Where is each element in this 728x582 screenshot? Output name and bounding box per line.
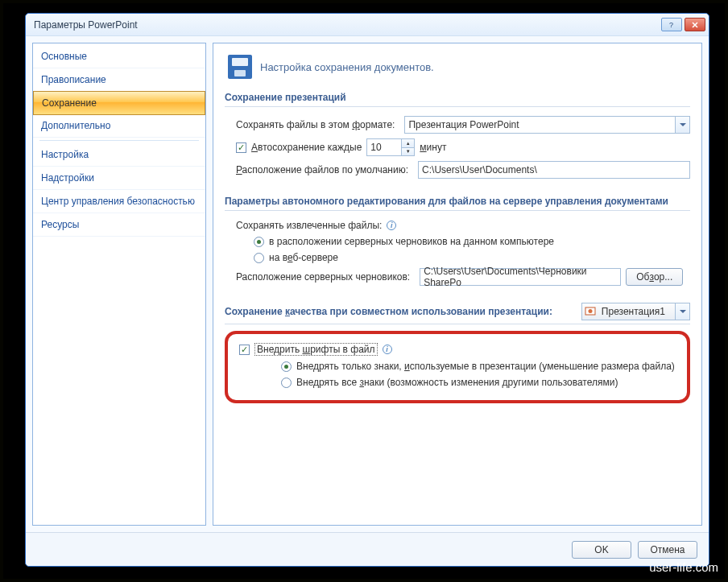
help-button[interactable]: ? bbox=[661, 18, 682, 31]
label-extracted: Сохранять извлеченные файлы: bbox=[236, 220, 382, 231]
input-default-location[interactable]: C:\Users\User\Documents\ bbox=[418, 161, 690, 179]
default-location-value: C:\Users\User\Documents\ bbox=[422, 164, 537, 175]
browse-button[interactable]: Обзор... bbox=[626, 268, 683, 286]
close-button[interactable] bbox=[685, 18, 705, 31]
content-panel: Настройка сохранения документов. Сохране… bbox=[213, 43, 702, 526]
drafts-location-value: C:\Users\User\Documents\Черновики ShareP… bbox=[424, 266, 617, 288]
chevron-down-icon bbox=[675, 117, 689, 133]
row-drafts-location: Расположение серверных черновиков: C:\Us… bbox=[225, 266, 690, 288]
row-save-format: Сохранять файлы в этом формате: Презента… bbox=[225, 114, 690, 136]
window-controls: ? bbox=[661, 18, 705, 31]
label-radio-web: на веб-сервере bbox=[269, 252, 338, 263]
presentation-icon bbox=[582, 306, 598, 317]
sidebar-item-trustcenter[interactable]: Центр управления безопасностью bbox=[33, 190, 205, 213]
spinner-control: ▲ ▼ bbox=[401, 139, 414, 155]
row-embed-fonts: ✓ Внедрить шрифты в файл i bbox=[236, 341, 679, 358]
label-embed-used: Внедрять только знаки, используемые в пр… bbox=[296, 361, 675, 372]
radio-embed-used-chars[interactable] bbox=[281, 361, 292, 372]
sidebar-item-advanced[interactable]: Дополнительно bbox=[33, 114, 205, 138]
section-save-presentations: Сохранение презентаций Сохранять файлы в… bbox=[225, 89, 690, 181]
presentation-picker[interactable]: Презентация1 bbox=[581, 303, 690, 320]
checkbox-autosave[interactable]: ✓ bbox=[236, 142, 246, 153]
section-offline-editing: Параметры автономного редактирования для… bbox=[225, 192, 690, 288]
section-quality: Сохранение качества при совместном испол… bbox=[225, 299, 690, 403]
section-title-save: Сохранение презентаций bbox=[225, 89, 690, 107]
watermark: user-life.com bbox=[649, 560, 718, 574]
screenshot-frame: Параметры PowerPoint ? Основные Правопис… bbox=[0, 0, 728, 582]
content-header: Настройка сохранения документов. bbox=[225, 52, 690, 89]
radio-web-server[interactable] bbox=[254, 253, 264, 263]
content-header-text: Настройка сохранения документов. bbox=[260, 61, 434, 73]
cancel-button[interactable]: Отмена bbox=[638, 541, 697, 559]
label-drafts-location: Расположение серверных черновиков: bbox=[236, 271, 410, 283]
select-save-format-value: Презентация PowerPoint bbox=[408, 119, 519, 130]
window-title: Параметры PowerPoint bbox=[34, 19, 661, 31]
row-radio-local: в расположении серверных черновиков на д… bbox=[225, 233, 690, 250]
category-sidebar: Основные Правописание Сохранение Дополни… bbox=[32, 43, 206, 526]
dialog-body: Основные Правописание Сохранение Дополни… bbox=[26, 36, 709, 532]
input-autosave-minutes[interactable]: 10 ▲ ▼ bbox=[366, 138, 415, 156]
sidebar-item-customize[interactable]: Настройка bbox=[33, 143, 205, 167]
sidebar-item-proofing[interactable]: Правописание bbox=[33, 68, 205, 92]
presentation-name: Презентация1 bbox=[598, 306, 675, 317]
label-minutes: минут bbox=[420, 142, 446, 153]
section-title-quality: Сохранение качества при совместном испол… bbox=[225, 299, 690, 324]
label-autosave: Автосохранение каждые bbox=[251, 142, 362, 153]
label-radio-local: в расположении серверных черновиков на д… bbox=[269, 236, 554, 247]
save-floppy-icon bbox=[228, 55, 252, 79]
spinner-up[interactable]: ▲ bbox=[402, 139, 414, 148]
label-embed-all: Внедрять все знаки (возможность изменени… bbox=[296, 377, 618, 388]
sidebar-item-general[interactable]: Основные bbox=[33, 45, 205, 68]
row-embed-used: Внедрять только знаки, используемые в пр… bbox=[236, 358, 679, 374]
input-drafts-location[interactable]: C:\Users\User\Documents\Черновики ShareP… bbox=[420, 268, 621, 286]
autosave-value: 10 bbox=[370, 142, 381, 153]
chevron-down-icon bbox=[675, 303, 689, 320]
svg-text:?: ? bbox=[669, 21, 673, 29]
label-save-format: Сохранять файлы в этом формате: bbox=[236, 119, 395, 130]
dialog-footer: OK Отмена bbox=[26, 532, 709, 566]
info-icon[interactable]: i bbox=[387, 221, 396, 230]
sidebar-item-resources[interactable]: Ресурсы bbox=[33, 213, 205, 237]
sidebar-item-addins[interactable]: Надстройки bbox=[33, 167, 205, 190]
label-embed-fonts: Внедрить шрифты в файл bbox=[254, 343, 378, 356]
select-save-format[interactable]: Презентация PowerPoint bbox=[404, 116, 690, 134]
options-dialog: Параметры PowerPoint ? Основные Правопис… bbox=[25, 13, 709, 567]
titlebar: Параметры PowerPoint ? bbox=[26, 14, 709, 36]
row-autosave: ✓ Автосохранение каждые 10 ▲ ▼ bbox=[225, 136, 690, 159]
sidebar-separator bbox=[39, 140, 199, 141]
radio-embed-all-chars[interactable] bbox=[281, 378, 292, 388]
spinner-down[interactable]: ▼ bbox=[402, 148, 414, 156]
ok-button[interactable]: OK bbox=[572, 541, 631, 559]
sidebar-item-save[interactable]: Сохранение bbox=[33, 91, 205, 115]
row-embed-all: Внедрять все знаки (возможность изменени… bbox=[236, 374, 679, 390]
radio-local-drafts[interactable] bbox=[254, 237, 264, 247]
section-title-offline: Параметры автономного редактирования для… bbox=[225, 192, 690, 211]
row-default-location: Расположение файлов по умолчанию: C:\Use… bbox=[225, 159, 690, 181]
embed-fonts-highlight: ✓ Внедрить шрифты в файл i Внедрять толь… bbox=[225, 331, 690, 403]
info-icon[interactable]: i bbox=[383, 345, 392, 354]
checkbox-embed-fonts[interactable]: ✓ bbox=[239, 345, 250, 355]
row-extracted-label: Сохранять извлеченные файлы: i bbox=[225, 217, 690, 233]
row-radio-web: на веб-сервере bbox=[225, 250, 690, 266]
label-default-location: Расположение файлов по умолчанию: bbox=[236, 164, 408, 175]
svg-point-2 bbox=[588, 309, 592, 313]
